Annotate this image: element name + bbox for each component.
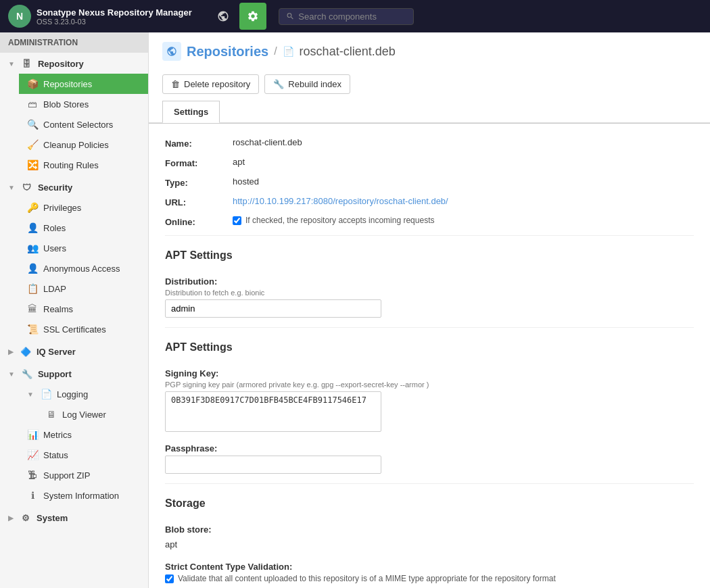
passphrase-input[interactable] <box>165 456 381 474</box>
sidebar-item-roles[interactable]: 👤 Roles <box>19 218 148 238</box>
settings-icon-btn[interactable] <box>239 3 266 30</box>
sidebar-item-repositories[interactable]: 📦 Repositories <box>19 74 148 94</box>
sidebar-label-status: Status <box>43 450 68 460</box>
users-icon: 👥 <box>27 243 38 253</box>
type-label: Type: <box>165 176 233 188</box>
blob-icon: 🗃 <box>27 99 38 109</box>
iq-icon: 🔷 <box>20 347 31 357</box>
nexus-logo-icon: N <box>8 5 31 28</box>
sidebar-label-blob-stores: Blob Stores <box>43 99 89 109</box>
sidebar-item-ssl-certificates[interactable]: 📜 SSL Certificates <box>19 319 148 339</box>
online-label: Online: <box>165 216 233 227</box>
sidebar-item-logging[interactable]: ▼ 📄 Logging <box>19 384 148 404</box>
sidebar-section-support: ▼ 🔧 Support ▼ 📄 Logging 🖥 Log Viewer <box>0 363 148 507</box>
sidebar-section-security: ▼ 🛡 Security 🔑 Privileges 👤 Roles 👥 User… <box>0 176 148 341</box>
field-name: Name: roschat-client.deb <box>165 137 694 149</box>
anon-icon: 👤 <box>27 263 38 274</box>
sidebar-label-ssl-certificates: SSL Certificates <box>43 324 106 335</box>
search-bar[interactable] <box>279 8 414 25</box>
strict-validation-checkbox[interactable] <box>165 574 174 583</box>
sidebar-label-ldap: LDAP <box>43 284 66 294</box>
sidebar-label-users: Users <box>43 243 66 253</box>
sidebar-item-users[interactable]: 👥 Users <box>19 238 148 258</box>
chevron-right-icon-system: ▶ <box>8 514 14 522</box>
breadcrumb: Repositories / 📄 roschat-client.deb <box>162 42 696 61</box>
distribution-hint: Distribution to fetch e.g. bionic <box>165 289 694 297</box>
sidebar-item-routing-rules[interactable]: 🔀 Routing Rules <box>19 155 148 175</box>
field-type: Type: hosted <box>165 176 694 188</box>
topbar-icons <box>210 3 266 30</box>
passphrase-group: Passphrase: <box>165 443 694 474</box>
repos-icon: 📦 <box>27 78 38 89</box>
metrics-icon: 📊 <box>27 429 38 440</box>
strict-validation-desc: Validate that all content uploaded to th… <box>178 574 556 583</box>
form-area: Name: roschat-client.deb Format: apt Typ… <box>149 123 710 588</box>
sidebar-item-content-selectors[interactable]: 🔍 Content Selectors <box>19 114 148 134</box>
sidebar-item-log-viewer[interactable]: 🖥 Log Viewer <box>38 404 148 424</box>
url-value: http://10.10.199.217:8080/repository/ros… <box>233 196 448 206</box>
sidebar: Administration ▼ 🗄 Repository 📦 Reposito… <box>0 32 149 588</box>
signing-key-group: Signing Key: PGP signing key pair (armor… <box>165 368 694 434</box>
strict-validation-row: Validate that all content uploaded to th… <box>165 574 694 583</box>
distribution-input[interactable] <box>165 299 381 318</box>
sidebar-item-security[interactable]: ▼ 🛡 Security <box>0 178 148 197</box>
routing-icon: 🔀 <box>27 160 38 170</box>
blob-store-group: Blob store: apt <box>165 524 694 552</box>
privileges-icon: 🔑 <box>27 202 38 213</box>
sidebar-label-routing-rules: Routing Rules <box>43 160 99 170</box>
sidebar-item-status[interactable]: 📈 Status <box>19 445 148 465</box>
signing-key-hint: PGP signing key pair (armored private ke… <box>165 381 694 389</box>
type-value: hosted <box>233 176 259 187</box>
sidebar-children-security: 🔑 Privileges 👤 Roles 👥 Users 👤 Anonymous… <box>0 197 148 339</box>
url-link[interactable]: http://10.10.199.217:8080/repository/ros… <box>233 196 448 206</box>
online-checkbox[interactable] <box>233 216 241 225</box>
sidebar-item-repository[interactable]: ▼ 🗄 Repository <box>0 54 148 74</box>
tab-settings[interactable]: Settings <box>162 101 220 123</box>
breadcrumb-repos-icon <box>162 42 181 61</box>
sidebar-item-system-information[interactable]: ℹ System Information <box>19 485 148 506</box>
url-label: URL: <box>165 196 233 207</box>
browse-icon-btn[interactable] <box>210 3 237 30</box>
app-logo: N Sonatype Nexus Repository Manager OSS … <box>8 5 192 28</box>
sidebar-section-iq: ▶ 🔷 IQ Server <box>0 341 148 363</box>
sidebar-children-repository: 📦 Repositories 🗃 Blob Stores 🔍 Content S… <box>0 74 148 175</box>
sidebar-label-log-viewer: Log Viewer <box>62 410 106 420</box>
sidebar-item-support[interactable]: ▼ 🔧 Support <box>0 364 148 384</box>
passphrase-label: Passphrase: <box>165 443 694 454</box>
sidebar-label-privileges: Privileges <box>43 203 81 213</box>
search-icon <box>286 11 295 21</box>
signing-key-textarea[interactable]: 0B391F3D8E0917C7D01BFB45BCE4FB9117546E17 <box>165 391 381 432</box>
ldap-icon: 📋 <box>27 283 38 294</box>
app-name: Sonatype Nexus Repository Manager <box>37 7 192 18</box>
rebuild-index-button[interactable]: 🔧 Rebuild index <box>264 74 350 94</box>
wrench-icon: 🔧 <box>273 79 284 89</box>
delete-repository-button[interactable]: 🗑 Delete repository <box>162 74 259 94</box>
format-label: Format: <box>165 157 233 168</box>
content-header: Repositories / 📄 roschat-client.deb 🗑 De… <box>149 32 710 123</box>
search-input[interactable] <box>298 11 406 22</box>
sidebar-item-anonymous-access[interactable]: 👤 Anonymous Access <box>19 258 148 278</box>
logging-icon: 📄 <box>41 389 51 399</box>
sidebar-item-system[interactable]: ▶ ⚙ System <box>0 508 148 528</box>
sidebar-item-iq-server[interactable]: ▶ 🔷 IQ Server <box>0 342 148 362</box>
sidebar-label-cleanup-policies: Cleanup Policies <box>43 140 109 150</box>
sidebar-item-privileges[interactable]: 🔑 Privileges <box>19 197 148 218</box>
app-version: OSS 3.23.0-03 <box>37 18 192 26</box>
sidebar-item-realms[interactable]: 🏛 Realms <box>19 299 148 319</box>
status-icon: 📈 <box>27 449 38 460</box>
security-icon: 🛡 <box>22 182 32 193</box>
sysinfo-icon: ℹ <box>27 490 38 501</box>
sidebar-item-support-zip[interactable]: 🗜 Support ZIP <box>19 465 148 485</box>
breadcrumb-current: roschat-client.deb <box>300 45 396 59</box>
breadcrumb-title[interactable]: Repositories <box>187 44 268 59</box>
realms-icon: 🏛 <box>27 303 38 314</box>
content-area: Repositories / 📄 roschat-client.deb 🗑 De… <box>149 32 710 588</box>
blob-store-label: Blob store: <box>165 524 694 535</box>
sidebar-children-support: ▼ 📄 Logging 🖥 Log Viewer 📊 Metrics 📈 <box>0 384 148 506</box>
sidebar-item-ldap[interactable]: 📋 LDAP <box>19 278 148 299</box>
sidebar-item-blob-stores[interactable]: 🗃 Blob Stores <box>19 94 148 114</box>
sidebar-item-cleanup-policies[interactable]: 🧹 Cleanup Policies <box>19 134 148 155</box>
sidebar-label-iq-server: IQ Server <box>37 347 76 357</box>
online-value: If checked, the repository accepts incom… <box>233 216 434 225</box>
sidebar-item-metrics[interactable]: 📊 Metrics <box>19 424 148 445</box>
